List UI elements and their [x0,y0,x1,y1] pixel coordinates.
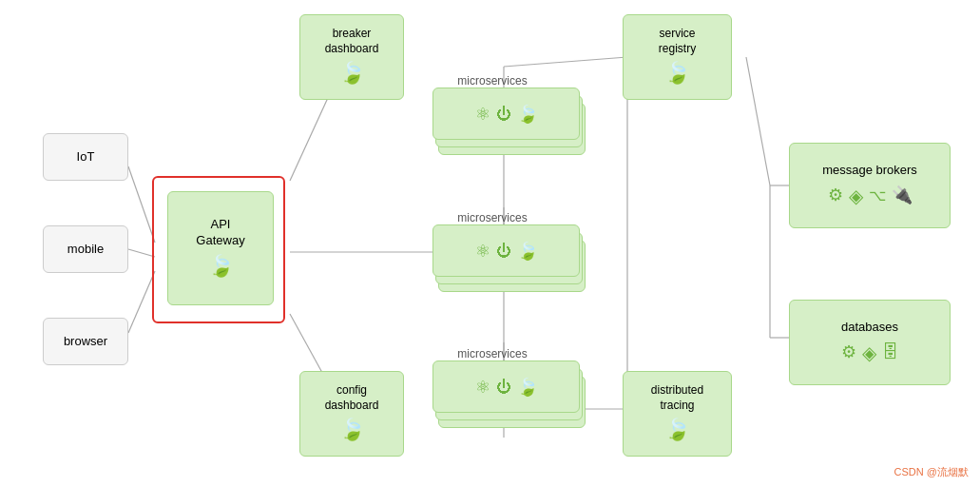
browser-box: browser [43,318,128,365]
mobile-box: mobile [43,225,128,273]
spring-leaf-breaker-icon: 🍃 [339,60,365,88]
ms-top-leaf-icon-front: 🍃 [517,104,538,125]
ms-top-label: microservices [435,74,549,88]
db-gear-icon: ⚙ [841,341,856,363]
spring-leaf-tracing-icon: 🍃 [664,417,690,444]
browser-label: browser [64,334,107,350]
broker-icons-row: ⚙ ◈ ⌥ 🔌 [828,184,913,208]
svg-line-10 [746,57,770,185]
db-icons-row: ⚙ ◈ 🗄 [841,341,899,365]
config-dashboard-box: config dashboard 🍃 [299,371,404,457]
watermark: CSDN @流烟默 [894,465,969,479]
svg-line-2 [128,271,155,333]
spring-leaf-registry-icon: 🍃 [664,60,690,88]
api-gateway-label: API Gateway [196,217,244,249]
distributed-tracing-box: distributed tracing 🍃 [623,371,732,457]
ms-mid-label: microservices [435,211,549,224]
svg-line-7 [504,57,627,67]
db-diamond-icon: ◈ [862,341,876,365]
broker-branch-icon: ⌥ [869,186,886,206]
broker-diamond-icon: ◈ [849,184,863,208]
message-brokers-label: message brokers [822,163,917,179]
distributed-tracing-label: distributed tracing [651,383,703,413]
mobile-label: mobile [67,242,104,258]
api-gateway-outer[interactable]: API Gateway 🍃 [152,176,285,323]
svg-line-1 [128,249,155,257]
iot-box: IoT [43,133,128,181]
ms-top-atom-icon-front: ⚛ [475,104,490,125]
message-brokers-box: message brokers ⚙ ◈ ⌥ 🔌 [789,143,951,228]
databases-box: databases ⚙ ◈ 🗄 [789,300,951,385]
svg-line-0 [128,166,155,243]
breaker-dashboard-box: breaker dashboard 🍃 [299,14,404,100]
broker-plug-icon: 🔌 [892,185,913,206]
databases-label: databases [841,320,898,336]
breaker-dashboard-label: breaker dashboard [325,27,379,56]
iot-label: IoT [77,149,95,166]
api-gateway-inner[interactable]: API Gateway 🍃 [167,191,274,305]
config-dashboard-label: config dashboard [325,383,379,413]
broker-gear-icon: ⚙ [828,185,843,206]
db-stack-icon: 🗄 [882,341,899,363]
ms-top-power-icon-front: ⏻ [496,106,511,123]
service-registry-label: service registry [659,27,696,56]
diagram: IoT mobile browser API Gateway 🍃 breaker… [0,0,980,487]
ms-bot-label: microservices [435,347,549,360]
spring-leaf-gateway-icon: 🍃 [208,253,234,281]
service-registry-box: service registry 🍃 [623,14,732,100]
spring-leaf-config-icon: 🍃 [339,417,365,444]
